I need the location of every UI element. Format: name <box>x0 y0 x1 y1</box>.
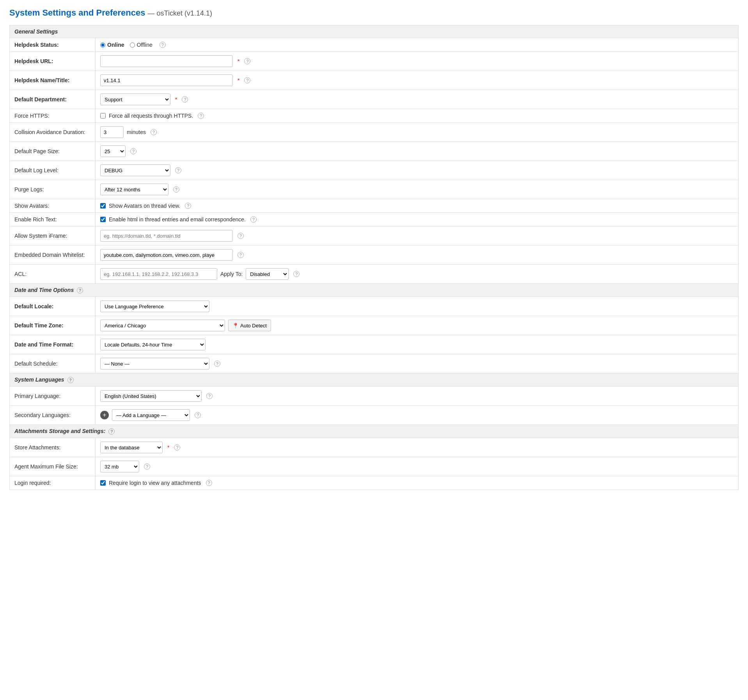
allow-iframe-help-icon[interactable]: ? <box>238 233 244 239</box>
helpdesk-name-input[interactable] <box>100 74 233 86</box>
default-timezone-label: Default Time Zone: <box>14 322 64 329</box>
page-size-help-icon[interactable]: ? <box>130 148 136 154</box>
status-online-radio[interactable]: Online <box>100 42 124 48</box>
force-https-text: Force all requests through HTTPS. <box>109 113 193 119</box>
default-schedule-label: Default Schedule: <box>14 361 58 367</box>
login-required-help-icon[interactable]: ? <box>206 480 212 486</box>
show-avatars-help-icon[interactable]: ? <box>185 203 191 209</box>
purge-logs-label: Purge Logs: <box>14 186 44 193</box>
purge-logs-help-icon[interactable]: ? <box>173 186 179 193</box>
force-https-checkbox[interactable] <box>100 113 106 118</box>
default-locale-select[interactable]: Use Language Preference English (United … <box>100 301 209 312</box>
page-size-label: Default Page Size: <box>14 148 60 154</box>
primary-language-help-icon[interactable]: ? <box>206 393 213 399</box>
store-attachments-select[interactable]: In the database On the filesystem S3 <box>100 442 163 453</box>
secondary-language-select[interactable]: — Add a Language — French Spanish German <box>112 409 190 421</box>
collision-help-icon[interactable]: ? <box>151 129 157 135</box>
offline-label: Offline <box>137 42 152 48</box>
default-timezone-select[interactable]: America / Chicago America / New York Ame… <box>100 320 225 331</box>
default-locale-label: Default Locale: <box>14 303 53 309</box>
auto-detect-label: Auto Detect <box>240 323 267 329</box>
add-language-button[interactable]: + <box>100 411 109 419</box>
allow-iframe-input[interactable] <box>100 230 233 242</box>
helpdesk-status-label: Helpdesk Status: <box>14 42 59 48</box>
acl-help-icon[interactable]: ? <box>293 271 300 277</box>
helpdesk-status-help-icon[interactable]: ? <box>160 42 166 48</box>
page-size-select[interactable]: 25 50 100 <box>100 145 126 157</box>
default-department-label: Default Department: <box>14 96 67 103</box>
datetime-section-header: Date and Time Options <box>14 287 74 293</box>
store-attachments-help-icon[interactable]: ? <box>174 444 180 451</box>
department-required: * <box>175 96 177 103</box>
embedded-domain-help-icon[interactable]: ? <box>238 252 244 258</box>
purge-logs-select[interactable]: After 12 months After 6 months After 3 m… <box>100 184 168 195</box>
helpdesk-url-input[interactable] <box>100 55 233 67</box>
embedded-domain-label: Embedded Domain Whitelist: <box>14 252 85 258</box>
max-file-size-select[interactable]: 32 mb 64 mb 128 mb 256 mb <box>100 461 139 472</box>
log-level-help-icon[interactable]: ? <box>175 167 181 173</box>
rich-text-checkbox[interactable] <box>100 217 106 222</box>
default-schedule-select[interactable]: — None — <box>100 358 209 369</box>
helpdesk-url-required: * <box>238 58 239 64</box>
collision-minutes-text: minutes <box>127 129 146 135</box>
page-title: System Settings and Preferences — osTick… <box>9 8 739 18</box>
acl-apply-to-select[interactable]: Disabled Enabled <box>246 268 289 280</box>
collision-input[interactable] <box>100 126 124 138</box>
primary-language-select[interactable]: English (United States) French Spanish G… <box>100 390 202 402</box>
max-file-size-label: Agent Maximum File Size: <box>14 463 78 470</box>
embedded-domain-input[interactable] <box>100 249 233 261</box>
show-avatars-label: Show Avatars: <box>14 203 49 209</box>
show-avatars-checkbox[interactable] <box>100 203 106 209</box>
login-required-checkbox[interactable] <box>100 480 106 486</box>
store-attachments-label: Store Attachments: <box>14 444 60 451</box>
attachments-section-help-icon[interactable]: ? <box>108 428 115 435</box>
attachments-section-header: Attachments Storage and Settings: <box>14 428 105 434</box>
collision-label: Collision Avoidance Duration: <box>14 129 85 135</box>
default-schedule-help-icon[interactable]: ? <box>214 361 220 367</box>
show-avatars-text: Show Avatars on thread view. <box>109 203 180 209</box>
helpdesk-url-help-icon[interactable]: ? <box>244 58 250 64</box>
languages-section-header: System Languages <box>14 377 64 383</box>
datetime-format-label: Date and Time Format: <box>14 341 73 348</box>
allow-iframe-label: Allow System iFrame: <box>14 233 67 239</box>
pin-icon: 📍 <box>232 323 239 329</box>
max-file-size-help-icon[interactable]: ? <box>144 463 150 470</box>
title-text: System Settings and Preferences <box>9 8 145 18</box>
datetime-format-select[interactable]: Locale Defaults, 24-hour Time Locale Def… <box>100 339 206 350</box>
acl-apply-to-text: Apply To: <box>220 271 243 277</box>
login-required-text: Require login to view any attachments <box>109 480 201 486</box>
force-https-label: Force HTTPS: <box>14 113 49 119</box>
log-level-label: Default Log Level: <box>14 167 58 173</box>
acl-input[interactable] <box>100 268 217 280</box>
online-label: Online <box>107 42 124 48</box>
primary-language-label: Primary Language: <box>14 393 60 399</box>
helpdesk-name-label: Helpdesk Name/Title: <box>14 77 69 83</box>
status-offline-radio[interactable]: Offline <box>130 42 152 48</box>
department-help-icon[interactable]: ? <box>182 96 188 103</box>
default-department-select[interactable]: Support <box>100 94 170 105</box>
log-level-select[interactable]: DEBUG INFO WARNING ERROR CRITICAL <box>100 164 170 176</box>
rich-text-help-icon[interactable]: ? <box>250 216 257 223</box>
datetime-section-help-icon[interactable]: ? <box>77 287 83 293</box>
login-required-label: Login required: <box>14 480 51 486</box>
rich-text-label: Enable Rich Text: <box>14 216 57 223</box>
helpdesk-name-help-icon[interactable]: ? <box>244 77 250 83</box>
rich-text-text: Enable html in thread entries and email … <box>109 216 246 223</box>
general-settings-header: General Settings <box>14 28 58 35</box>
acl-label: ACL: <box>14 271 27 277</box>
force-https-help-icon[interactable]: ? <box>198 113 204 119</box>
helpdesk-name-required: * <box>238 77 239 83</box>
auto-detect-button[interactable]: 📍 Auto Detect <box>228 320 271 331</box>
helpdesk-url-label: Helpdesk URL: <box>14 58 53 64</box>
secondary-language-help-icon[interactable]: ? <box>195 412 201 418</box>
subtitle-text: — osTicket (v1.14.1) <box>148 9 212 17</box>
store-attachments-required: * <box>167 444 169 451</box>
languages-section-help-icon[interactable]: ? <box>67 377 74 383</box>
secondary-languages-label: Secondary Languages: <box>14 412 71 418</box>
